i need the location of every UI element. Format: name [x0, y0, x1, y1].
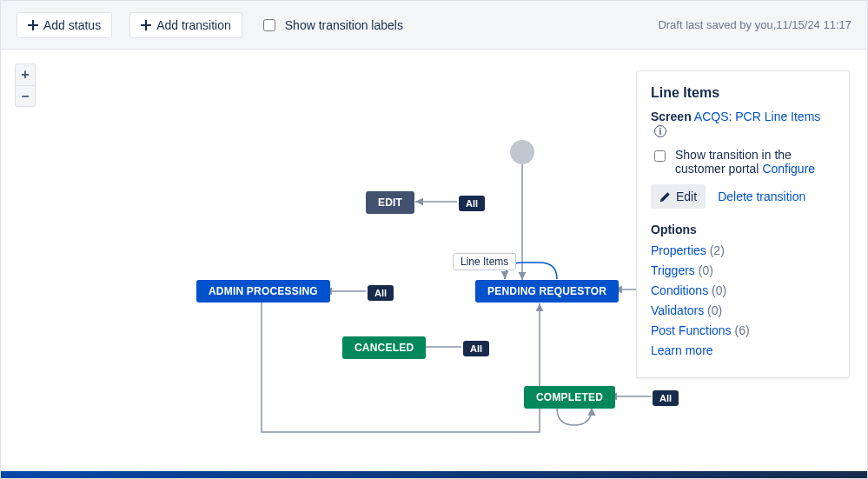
- option-conditions: Conditions (0): [651, 283, 835, 297]
- transition-detail-panel: Line Items Screen ACQS: PCR Line Items i…: [636, 70, 850, 378]
- add-status-button[interactable]: Add status: [17, 12, 112, 38]
- screen-label: Screen: [651, 110, 692, 123]
- add-transition-button[interactable]: Add transition: [129, 12, 242, 38]
- transition-badge-all[interactable]: All: [368, 285, 394, 301]
- show-labels-toggle[interactable]: Show transition labels: [260, 17, 403, 34]
- footer-accent-bar: [1, 471, 867, 478]
- option-validators: Validators (0): [651, 303, 835, 317]
- show-labels-checkbox[interactable]: [263, 19, 275, 31]
- transition-label-line-items[interactable]: Line Items: [453, 253, 516, 270]
- option-count: (6): [735, 323, 750, 337]
- screen-link[interactable]: ACQS: PCR Line Items: [694, 110, 821, 123]
- option-link[interactable]: Post Functions: [651, 323, 732, 337]
- transition-badge-all[interactable]: All: [653, 390, 679, 406]
- options-heading: Options: [651, 223, 835, 236]
- plus-icon: [141, 20, 151, 30]
- option-link[interactable]: Conditions: [651, 283, 708, 297]
- status-node-admin-processing[interactable]: ADMIN PROCESSING: [196, 280, 330, 303]
- configure-link[interactable]: Configure: [762, 162, 815, 176]
- panel-title: Line Items: [651, 85, 835, 101]
- status-node-edit[interactable]: EDIT: [366, 191, 414, 214]
- show-in-portal-checkbox[interactable]: [654, 150, 666, 162]
- status-node-completed[interactable]: COMPLETED: [524, 386, 615, 409]
- option-link[interactable]: Validators: [651, 303, 704, 317]
- add-status-label: Add status: [43, 18, 101, 32]
- delete-transition-link[interactable]: Delete transition: [718, 190, 805, 203]
- plus-icon: [28, 20, 38, 30]
- transition-badge-all[interactable]: All: [459, 196, 485, 211]
- option-count: (0): [712, 283, 726, 297]
- option-post-functions: Post Functions (6): [651, 323, 835, 337]
- transition-badge-all[interactable]: All: [463, 341, 489, 356]
- toolbar: Add status Add transition Show transitio…: [1, 1, 867, 50]
- pencil-icon: [659, 191, 671, 203]
- learn-more-link[interactable]: Learn more: [651, 343, 713, 357]
- option-count: (0): [707, 303, 722, 317]
- info-icon[interactable]: i: [654, 125, 666, 137]
- show-labels-text: Show transition labels: [285, 18, 403, 32]
- option-link[interactable]: Properties: [651, 243, 706, 257]
- edit-transition-button[interactable]: Edit: [651, 184, 706, 209]
- show-in-portal-toggle[interactable]: Show transition in the customer portal C…: [651, 148, 835, 176]
- status-node-pending-requestor[interactable]: PENDING REQUESTOR: [475, 280, 619, 303]
- option-learn-more: Learn more: [651, 343, 835, 357]
- last-saved-text: Draft last saved by you,11/15/24 11:17: [658, 18, 851, 31]
- option-link[interactable]: Triggers: [651, 263, 695, 277]
- panel-screen-row: Screen ACQS: PCR Line Items i: [651, 110, 835, 137]
- workflow-canvas[interactable]: + −: [1, 50, 867, 471]
- status-node-canceled[interactable]: CANCELED: [342, 336, 426, 359]
- option-count: (0): [699, 263, 713, 277]
- add-transition-label: Add transition: [156, 18, 231, 32]
- option-count: (2): [710, 243, 725, 257]
- option-properties: Properties (2): [651, 243, 835, 257]
- show-in-portal-text: Show transition in the customer portal C…: [675, 148, 835, 176]
- option-triggers: Triggers (0): [651, 263, 835, 277]
- workflow-start-node[interactable]: [510, 140, 534, 164]
